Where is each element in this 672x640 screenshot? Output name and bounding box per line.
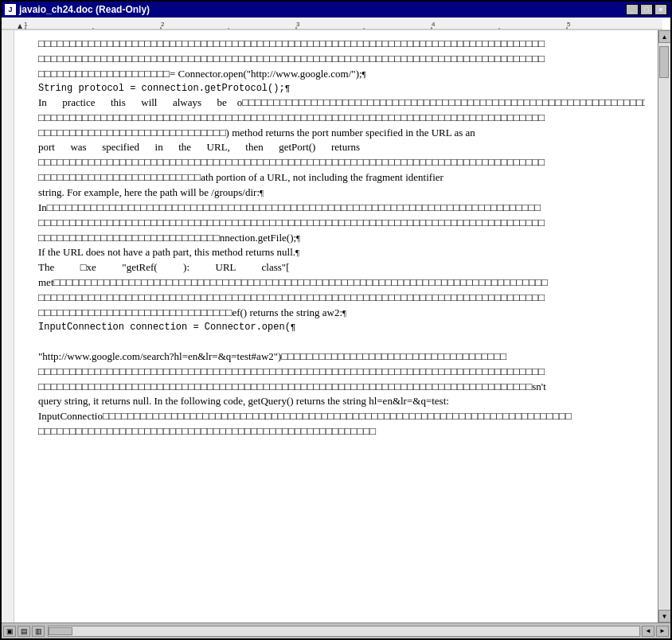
scroll-up-button[interactable]: ▲: [658, 30, 671, 43]
line-23: □□□□□□□□□□□□□□□□□□□□□□□□□□□□□□□□□□□□□□□□…: [38, 365, 645, 380]
ruler: 1 2 3 4 5: [2, 18, 670, 30]
line-3: □□□□□□□□□□□□□□□□□□□□□= Connector.open("h…: [38, 67, 645, 82]
line-20: InputConnection connection = Connector.o…: [38, 321, 645, 334]
svg-rect-0: [2, 18, 662, 30]
horizontal-scroll-thumb[interactable]: [49, 627, 72, 635]
window-controls: _ □ ×: [626, 4, 667, 15]
left-margin: [2, 30, 14, 622]
line-16: The □xe "getRef( ): URL class"[: [38, 260, 645, 275]
svg-text:3: 3: [296, 21, 300, 28]
document-area: □□□□□□□□□□□□□□□□□□□□□□□□□□□□□□□□□□□□□□□□…: [2, 30, 670, 622]
line-26: InputConnectio□□□□□□□□□□□□□□□□□□□□□□□□□□…: [38, 409, 645, 424]
right-scrollbar[interactable]: ▲ ▼: [658, 30, 670, 622]
line-6: □□□□□□□□□□□□□□□□□□□□□□□□□□□□□□□□□□□□□□□□…: [38, 111, 645, 126]
scroll-down-button[interactable]: ▼: [658, 610, 671, 622]
maximize-button[interactable]: □: [640, 4, 653, 15]
scroll-left-button[interactable]: ◄: [642, 626, 654, 637]
scroll-thumb[interactable]: [659, 46, 669, 78]
line-24: □□□□□□□□□□□□□□□□□□□□□□□□□□□□□□□□□□□□□□□□…: [38, 380, 645, 395]
view-print-button[interactable]: ▥: [32, 626, 45, 637]
line-12: In□□□□□□□□□□□□□□□□□□□□□□□□□□□□□□□□□□□□□□…: [38, 201, 645, 216]
scroll-right-button[interactable]: ►: [656, 626, 669, 637]
line-2: □□□□□□□□□□□□□□□□□□□□□□□□□□□□□□□□□□□□□□□□…: [38, 52, 645, 67]
svg-text:5: 5: [567, 21, 571, 28]
line-21: [38, 334, 645, 349]
view-normal-button[interactable]: ▣: [3, 626, 16, 637]
window-title: javaio_ch24.doc (Read-Only): [19, 4, 150, 15]
line-22: "http://www.google.com/search?hl=en&lr=&…: [38, 349, 645, 365]
view-outline-button[interactable]: ▤: [18, 626, 30, 637]
svg-text:2: 2: [161, 21, 165, 28]
line-11: string. For example, here the path will …: [38, 185, 645, 201]
svg-text:4: 4: [432, 21, 436, 28]
line-10: □□□□□□□□□□□□□□□□□□□□□□□□□□ath portion of…: [38, 170, 645, 185]
line-15: If the URL does not have a path part, th…: [38, 245, 645, 260]
horizontal-scrollbar: [48, 626, 640, 637]
document-content: □□□□□□□□□□□□□□□□□□□□□□□□□□□□□□□□□□□□□□□□…: [14, 30, 658, 622]
line-14: □□□□□□□□□□□□□□□□□□□□□□□□□□□□□nnection.ge…: [38, 231, 645, 246]
title-bar: J javaio_ch24.doc (Read-Only) _ □ ×: [2, 2, 670, 18]
minimize-button[interactable]: _: [626, 4, 639, 15]
line-13: □□□□□□□□□□□□□□□□□□□□□□□□□□□□□□□□□□□□□□□□…: [38, 216, 645, 231]
scroll-track: [658, 43, 670, 610]
svg-text:1: 1: [24, 21, 28, 28]
line-18: □□□□□□□□□□□□□□□□□□□□□□□□□□□□□□□□□□□□□□□□…: [38, 291, 645, 306]
line-1: □□□□□□□□□□□□□□□□□□□□□□□□□□□□□□□□□□□□□□□□…: [38, 37, 645, 52]
close-button[interactable]: ×: [654, 4, 667, 15]
line-25: query string, it returns null. In the fo…: [38, 394, 645, 409]
app-window: J javaio_ch24.doc (Read-Only) _ □ × 1 2 …: [0, 0, 672, 640]
line-9: □□□□□□□□□□□□□□□□□□□□□□□□□□□□□□□□□□□□□□□□…: [38, 155, 645, 170]
content-wrapper: □□□□□□□□□□□□□□□□□□□□□□□□□□□□□□□□□□□□□□□□…: [14, 30, 658, 622]
line-17: met□□□□□□□□□□□□□□□□□□□□□□□□□□□□□□□□□□□□□…: [38, 275, 645, 291]
line-8: port was specified in the URL, then getP…: [38, 140, 645, 155]
line-7: □□□□□□□□□□□□□□□□□□□□□□□□□□□□□□) method r…: [38, 126, 645, 141]
line-27: □□□□□□□□□□□□□□□□□□□□□□□□□□□□□□□□□□□□□□□□…: [38, 424, 645, 439]
line-5: In practice this will always be o□□□□□□□…: [38, 96, 645, 111]
line-4: String protocol = connection.getProtocol…: [38, 82, 645, 96]
title-bar-left: J javaio_ch24.doc (Read-Only): [5, 4, 150, 15]
line-19: □□□□□□□□□□□□□□□□□□□□□□□□□□□□□□□ef() retu…: [38, 306, 645, 321]
bottom-bar: ▣ ▤ ▥ ◄ ►: [2, 622, 670, 638]
app-icon: J: [5, 4, 16, 15]
